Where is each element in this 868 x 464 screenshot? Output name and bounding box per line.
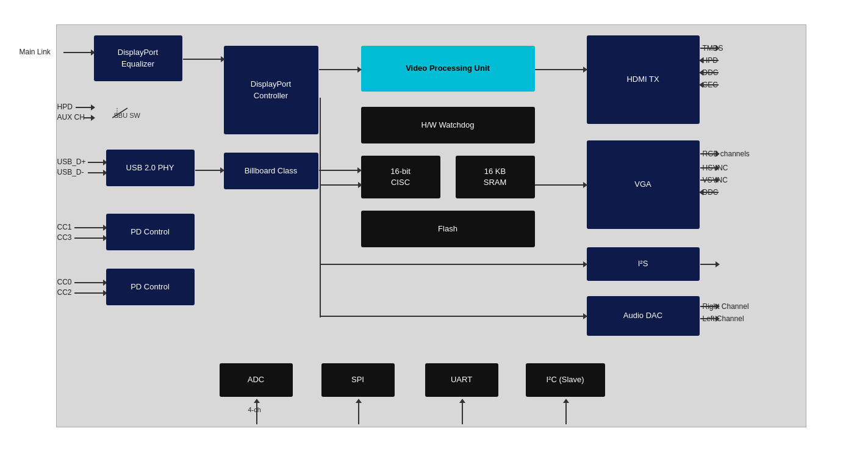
arrow-ctrl-vpu xyxy=(319,69,360,70)
hpd-left-label: HPD xyxy=(57,103,73,111)
arrow-bus-down xyxy=(320,189,321,317)
main-link-label: Main Link xyxy=(20,48,51,56)
usb-dm-arrow xyxy=(88,172,106,173)
hw-watchdog-block: H/W Watchdog xyxy=(361,107,535,143)
uart-block: UART xyxy=(425,363,498,397)
main-link-arrow xyxy=(63,52,94,53)
left-ch-arrow xyxy=(700,318,719,319)
hpd-right-arrow xyxy=(700,60,719,61)
billboard-block: Billboard Class xyxy=(224,153,318,189)
arrow-uart-up xyxy=(462,400,463,424)
flash-block: Flash xyxy=(361,211,535,247)
i2s-right-arrow xyxy=(700,264,719,265)
hpd-left-arrow xyxy=(76,107,94,108)
cc1-label: CC1 xyxy=(57,223,72,231)
right-ch-arrow xyxy=(700,306,719,307)
four-ch-label: 4-ch xyxy=(248,406,261,413)
sbu-sw-line xyxy=(112,107,131,119)
audio-dac-block: Audio DAC xyxy=(587,296,700,336)
usb-dp-label: USB_D+ xyxy=(57,158,86,166)
pd-ctrl1-block: PD Control xyxy=(106,214,195,250)
usb-dm-label: USB_D- xyxy=(57,168,84,176)
cisc-block: 16-bitCISC xyxy=(361,156,440,198)
cc2-arrow xyxy=(74,292,106,294)
cec-arrow xyxy=(700,84,719,85)
arrow-inner-vga xyxy=(535,184,586,186)
cc2-label: CC2 xyxy=(57,288,72,297)
arrow-vpu-hdmi xyxy=(535,69,586,70)
svg-line-0 xyxy=(112,108,127,118)
aux-ch-label: AUX CH xyxy=(57,113,85,121)
cc3-label: CC3 xyxy=(57,233,72,242)
cc0-arrow xyxy=(74,282,106,283)
usb-phy-block: USB 2.0 PHY xyxy=(106,150,195,186)
sram-block: 16 KBSRAM xyxy=(456,156,535,198)
arrow-spi-up xyxy=(358,400,359,424)
i2s-block: I²S xyxy=(587,247,700,281)
diagram-wrapper: Main Link HPD AUX CH SBU SW USB_D+ USB_D… xyxy=(20,12,849,452)
hdmi-tx-block: HDMI TX xyxy=(587,35,700,124)
arrow-ctrl-i2s xyxy=(320,264,586,265)
adc-block: ADC xyxy=(220,363,293,397)
hsync-arrow xyxy=(700,167,719,169)
arrow-i2c-up xyxy=(565,400,567,424)
rgb-arrow xyxy=(700,153,719,154)
pd-ctrl2-block: PD Control xyxy=(106,269,195,305)
displayport-eq-block: DisplayPortEqualizer xyxy=(94,35,182,81)
arrow-eq-ctrl xyxy=(183,59,224,60)
ddc-right-arrow xyxy=(700,72,719,73)
vga-block: VGA xyxy=(587,140,700,229)
arrow-ctrl-audiodac xyxy=(320,316,586,317)
usb-dp-arrow xyxy=(88,162,106,163)
vpu-block: Video Processing Unit xyxy=(361,46,535,92)
arrow-ctrl-vga-h xyxy=(320,184,361,186)
cc0-label: CC0 xyxy=(57,278,72,286)
cc3-arrow xyxy=(74,237,106,239)
arrow-usb-billboard xyxy=(195,170,223,171)
ddc-vga-arrow xyxy=(700,192,719,193)
aux-ch-arrow xyxy=(84,117,94,118)
vsync-arrow xyxy=(700,179,719,181)
arrow-ctrl-billboard xyxy=(319,170,360,171)
displayport-ctrl-block: DisplayPortController xyxy=(224,46,318,134)
tmds-arrow xyxy=(700,48,719,49)
spi-block: SPI xyxy=(321,363,395,397)
i2c-block: I²C (Slave) xyxy=(526,363,605,397)
cc1-arrow xyxy=(74,227,106,228)
